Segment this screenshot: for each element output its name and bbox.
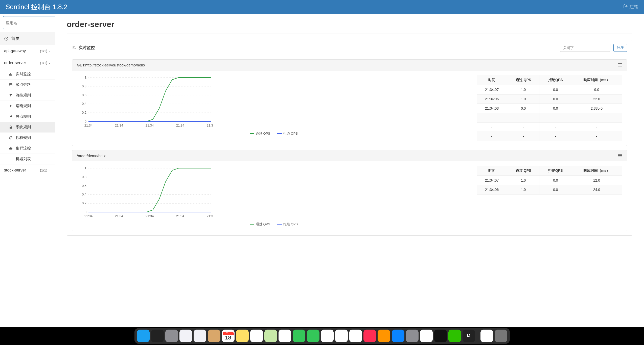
sub-label: 实时监控 [16,72,31,77]
th-time: 时间 [477,166,507,176]
divider [67,34,632,34]
dock-qq-icon[interactable] [420,330,433,342]
svg-text:0.4: 0.4 [82,102,86,106]
dock-safari-icon[interactable] [179,330,192,342]
app-search-input[interactable] [3,16,55,29]
dock-siri-icon[interactable] [151,330,164,342]
dock-books-icon[interactable] [378,330,390,342]
sub-label: 机器列表 [16,157,31,161]
svg-text:0.6: 0.6 [82,184,86,188]
dock-intellij-icon[interactable]: IJ [463,330,475,342]
svg-text:21:34: 21:34 [176,214,185,218]
dock-photos-icon[interactable] [279,330,291,342]
dock-keynote-icon[interactable] [349,330,362,342]
svg-text:1: 1 [85,76,86,79]
dock-facetime-icon[interactable] [307,330,319,342]
panel-header: 实时监控 升序 [67,40,632,55]
logout-label: 注销 [629,4,638,10]
main-content: order-server 实时监控 升序 GET:http://stock-se… [55,14,644,327]
sub-item-list[interactable]: 机器列表 [0,154,55,164]
svg-text:0.4: 0.4 [82,192,86,196]
page-title: order-server [67,20,632,29]
card-header: /order/demo/hello [72,150,627,161]
resource-name: /order/demo/hello [77,154,106,158]
panel-title: 实时监控 [79,45,95,51]
logout-link[interactable]: 注销 [623,4,638,10]
app-name: order-server [4,61,26,65]
menu-icon[interactable] [618,63,622,67]
svg-text:0.6: 0.6 [82,93,86,97]
dock-wechat-icon[interactable] [448,330,461,342]
dock-docker-icon[interactable] [480,330,493,342]
dock-appstore-icon[interactable] [392,330,404,342]
svg-text:0: 0 [85,210,86,214]
svg-text:21:34: 21:34 [176,124,185,127]
table-row: ---- [477,132,622,141]
sort-button[interactable]: 升序 [613,44,627,52]
chevron-down-icon: ⌄ [48,61,51,65]
dock-notes-icon[interactable] [236,330,249,342]
fire-icon [9,115,13,118]
chart-icon [9,72,13,76]
sub-item-link[interactable]: 簇点链路 [0,80,55,90]
sub-item-bolt[interactable]: 熔断规则 [0,101,55,111]
dock-maps-icon[interactable] [264,330,277,342]
realtime-panel: 实时监控 升序 GET:http://stock-server/stock/de… [67,40,632,236]
app-item-stock-server[interactable]: stock-server(1/1)⌄ [0,164,55,176]
svg-text:21:34: 21:34 [84,214,93,218]
qps-chart: 00.20.40.60.8121:3421:3421:3421:3421:34 … [77,75,471,136]
bolt-icon [9,104,13,108]
dock-pages-icon[interactable] [321,330,334,342]
metric-table: 时间 通过 QPS 拒绝QPS 响应时间（ms） 21:34:071.00.09… [477,75,622,141]
svg-text:21:34: 21:34 [207,214,213,218]
sub-item-lock[interactable]: 系统规则 [0,122,55,133]
dock-calendar-icon[interactable]: 7月18 [222,330,235,342]
dock-numbers-icon[interactable] [335,330,348,342]
sub-item-chart[interactable]: 实时监控 [0,69,55,80]
keyword-input[interactable] [560,44,610,52]
dock-trash-icon[interactable] [495,330,507,342]
dock-music-icon[interactable] [363,330,376,342]
sub-item-cloud[interactable]: 集群流控 [0,143,55,154]
svg-text:21:34: 21:34 [115,124,123,127]
svg-text:0.8: 0.8 [82,175,86,179]
table-row: ---- [477,122,622,132]
dock-settings-icon[interactable] [406,330,419,342]
th-block: 拒绝QPS [540,166,571,176]
th-time: 时间 [477,75,507,85]
sub-item-filter[interactable]: 流控规则 [0,90,55,101]
dock-mail-icon[interactable] [194,330,206,342]
menu-icon[interactable] [618,153,622,158]
dock-launchpad-icon[interactable] [165,330,178,342]
sub-label: 簇点链路 [16,82,31,87]
table-row: 21:34:061.00.024.0 [477,185,622,194]
sidebar: 搜索 首页 api-gateway(1/1)⌄order-server(1/1)… [0,14,55,327]
sub-item-check[interactable]: 授权规则 [0,133,55,143]
sub-label: 流控规则 [16,93,31,98]
table-row: ---- [477,113,622,122]
th-pass: 通过 QPS [507,166,540,176]
svg-point-3 [9,136,12,139]
dock-finder-icon[interactable] [137,330,150,342]
svg-rect-1 [9,84,12,86]
chevron-down-icon: ⌄ [48,49,51,53]
dock-messages-icon[interactable] [293,330,305,342]
nav-home[interactable]: 首页 [0,32,55,45]
svg-rect-2 [10,127,12,129]
th-rt: 响应时间（ms） [571,75,622,85]
resource-name: GET:http://stock-server/stock/demo/hello [77,63,145,67]
svg-text:0.2: 0.2 [82,111,86,114]
dock-reminders-icon[interactable] [250,330,263,342]
app-item-order-server[interactable]: order-server(1/1)⌄ [0,57,55,69]
sub-item-fire[interactable]: 热点规则 [0,111,55,122]
app-item-api-gateway[interactable]: api-gateway(1/1)⌄ [0,45,55,57]
sub-label: 集群流控 [16,146,31,151]
link-icon [9,83,13,87]
svg-text:21:34: 21:34 [207,124,213,127]
svg-text:21:34: 21:34 [146,214,154,218]
app-search-row: 搜索 [0,14,55,32]
lock-icon [9,125,13,129]
dock-contacts-icon[interactable] [208,330,220,342]
dock-terminal-icon[interactable] [434,330,447,342]
app-name: api-gateway [4,49,26,53]
